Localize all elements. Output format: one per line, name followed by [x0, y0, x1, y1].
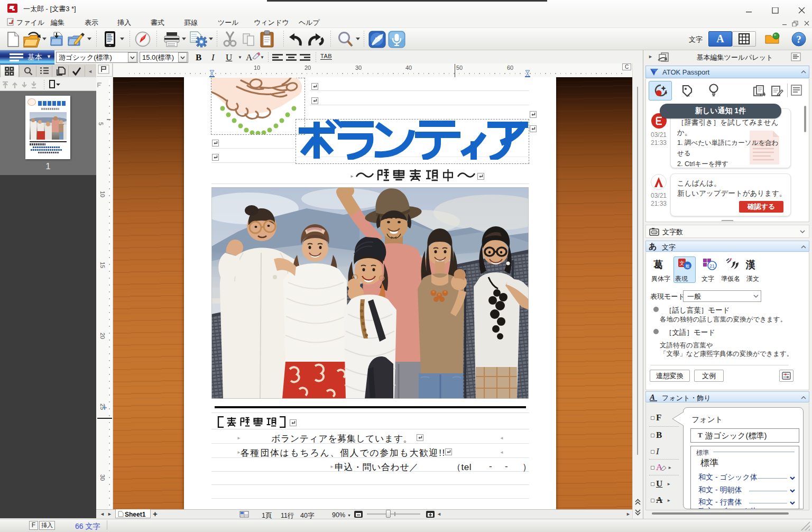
svg-text:112: 112 — [652, 231, 657, 234]
svg-text:?: ? — [796, 34, 801, 45]
svg-text:A: A — [649, 393, 655, 401]
svg-text:21: 21 — [709, 263, 715, 269]
svg-text:般: 般 — [686, 264, 690, 269]
